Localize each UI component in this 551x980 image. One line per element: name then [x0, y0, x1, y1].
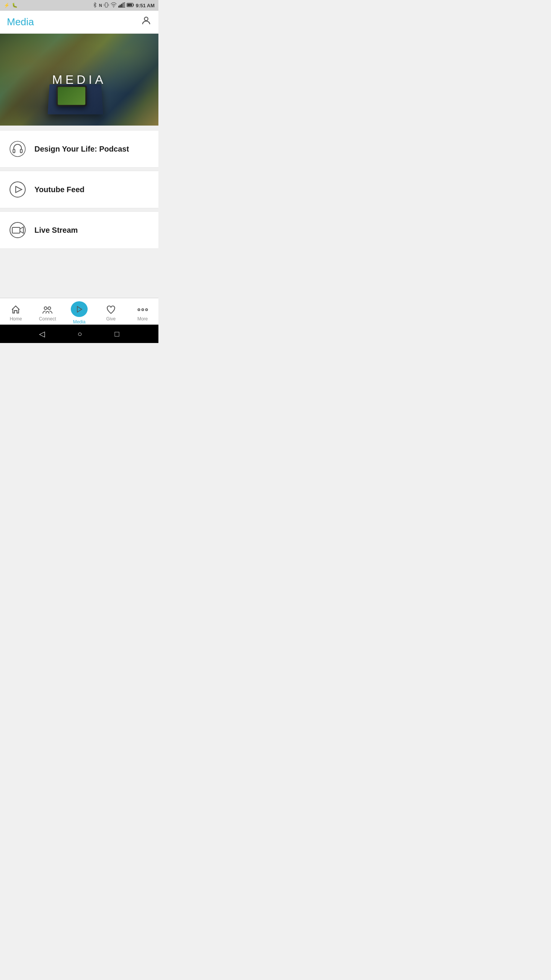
svg-rect-5 [119, 5, 121, 7]
time: 9:51 AM [136, 3, 155, 8]
svg-rect-0 [105, 3, 108, 7]
nav-connect-label: Connect [39, 316, 56, 322]
android-home-button[interactable]: ○ [77, 330, 82, 338]
signal-icon [118, 2, 125, 9]
livestream-menu-item[interactable]: Live Stream [0, 211, 158, 249]
nav-media-label: Media [73, 319, 86, 325]
more-dots-icon [137, 305, 148, 315]
bottom-navigation: Home Connect Media [0, 298, 158, 325]
svg-rect-4 [118, 6, 119, 7]
android-back-button[interactable]: ◁ [39, 329, 45, 338]
svg-point-23 [47, 308, 48, 309]
video-camera-icon [9, 222, 26, 238]
svg-point-25 [138, 309, 140, 310]
youtube-icon-container [8, 180, 28, 199]
svg-marker-24 [77, 306, 82, 312]
status-right-icons: N [92, 2, 155, 9]
svg-point-22 [48, 307, 51, 309]
headphones-icon [9, 140, 26, 157]
svg-rect-8 [124, 2, 125, 7]
svg-rect-6 [121, 4, 122, 7]
svg-rect-7 [122, 3, 124, 7]
vibrate-icon [104, 2, 109, 9]
nav-home[interactable]: Home [0, 298, 32, 325]
youtube-menu-item[interactable]: Youtube Feed [0, 171, 158, 208]
svg-rect-10 [133, 4, 134, 6]
svg-point-21 [44, 307, 47, 309]
podcast-icon-container [8, 139, 28, 159]
svg-rect-16 [20, 149, 22, 153]
hero-banner: MEDIA [0, 34, 158, 126]
hero-text: MEDIA [52, 73, 106, 87]
svg-point-27 [145, 309, 147, 310]
android-recent-button[interactable]: □ [114, 330, 119, 338]
nfc-icon: N [99, 3, 102, 8]
user-profile-icon[interactable] [141, 15, 152, 29]
usb-icon: ⚡ [4, 3, 10, 8]
debug-icon: 🐛 [12, 3, 18, 8]
content-area: Design Your Life: Podcast Youtube Feed L… [0, 126, 158, 298]
battery-icon: ↑ [127, 2, 134, 9]
header: Media [0, 11, 158, 34]
youtube-label: Youtube Feed [34, 185, 85, 194]
nav-give-label: Give [106, 316, 116, 322]
livestream-label: Live Stream [34, 226, 78, 235]
hero-phone [56, 85, 87, 106]
nav-more-label: More [137, 316, 148, 322]
status-left-icons: ⚡ 🐛 [4, 3, 18, 8]
svg-point-3 [113, 7, 114, 7]
svg-rect-15 [13, 149, 15, 153]
android-nav-bar: ◁ ○ □ [0, 325, 158, 343]
svg-point-14 [10, 141, 25, 157]
svg-point-17 [10, 182, 25, 197]
livestream-icon-container [8, 220, 28, 240]
home-icon [11, 305, 21, 315]
svg-point-13 [144, 17, 148, 21]
svg-text:↑: ↑ [130, 4, 131, 6]
connect-icon [42, 305, 53, 315]
page-title: Media [7, 16, 34, 28]
nav-connect[interactable]: Connect [32, 298, 64, 325]
nav-give[interactable]: Give [95, 298, 127, 325]
give-icon [106, 305, 116, 315]
status-bar: ⚡ 🐛 N [0, 0, 158, 11]
bluetooth-icon [92, 2, 98, 9]
nav-media[interactable]: Media [64, 298, 95, 325]
play-circle-icon [9, 181, 26, 198]
nav-more[interactable]: More [127, 298, 158, 325]
nav-home-label: Home [10, 316, 22, 322]
wifi-icon [111, 2, 117, 9]
svg-point-26 [142, 309, 143, 310]
svg-rect-20 [12, 227, 20, 233]
podcast-menu-item[interactable]: Design Your Life: Podcast [0, 130, 158, 168]
svg-marker-18 [16, 186, 22, 193]
media-play-button[interactable] [71, 301, 88, 317]
podcast-label: Design Your Life: Podcast [34, 145, 129, 154]
